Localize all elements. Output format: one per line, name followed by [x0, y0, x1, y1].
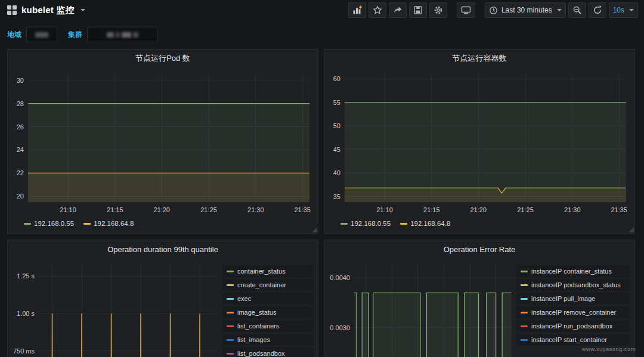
legend-item[interactable]: container_status — [222, 265, 313, 277]
legend-item[interactable]: exec — [222, 293, 313, 305]
time-series-chart[interactable]: 0.00200.00300.0040 — [324, 258, 516, 357]
svg-text:0.0030: 0.0030 — [330, 324, 350, 331]
svg-text:1.25 s: 1.25 s — [17, 272, 35, 280]
zoom-out-button[interactable] — [568, 2, 586, 18]
svg-text:21:30: 21:30 — [564, 206, 581, 213]
legend-label: instanceIP run_podsandbox — [531, 322, 612, 330]
refresh-interval-label: 10s — [613, 6, 624, 14]
legend-item[interactable]: list_images — [222, 334, 313, 346]
svg-text:21:20: 21:20 — [470, 206, 487, 213]
panel-title[interactable]: Operation duration 99th quantile — [8, 240, 318, 258]
svg-text:21:35: 21:35 — [611, 206, 627, 213]
add-panel-icon — [352, 5, 362, 15]
panel-title[interactable]: Operation Error Rate — [324, 240, 634, 258]
svg-text:35: 35 — [333, 193, 340, 200]
svg-text:40: 40 — [333, 169, 340, 176]
legend-label: create_container — [237, 281, 286, 288]
time-series-chart[interactable]: 21:1021:1521:2021:2521:3021:352022242628… — [8, 67, 318, 218]
panel-operation-duration: Operation duration 99th quantile 500 ms7… — [7, 240, 318, 357]
legend-item[interactable]: image_status — [222, 306, 313, 318]
chevron-down-icon — [629, 9, 634, 11]
variable-region-label: 地域 — [7, 30, 21, 40]
refresh-interval-picker[interactable]: 10s — [609, 2, 638, 18]
dashboard-grid-icon[interactable] — [7, 5, 17, 15]
legend-item[interactable]: create_container — [222, 279, 313, 291]
legend-item[interactable]: instanceIP run_podsandbox — [516, 320, 630, 332]
legend-item[interactable]: 192.168.0.55 — [24, 220, 74, 227]
legend-label: 192.168.0.55 — [351, 220, 391, 227]
svg-text:21:30: 21:30 — [247, 206, 264, 213]
legend-swatch — [400, 223, 407, 225]
legend-item[interactable]: instanceIP container_status — [516, 265, 630, 277]
svg-text:21:25: 21:25 — [200, 206, 217, 213]
clock-icon — [489, 6, 498, 15]
legend-item[interactable]: 192.168.0.55 — [340, 220, 391, 227]
time-range-label: Last 30 minutes — [501, 6, 552, 14]
legend-label: instanceIP container_status — [531, 268, 612, 275]
dashboard-panels: 节点运行Pod 数 21:1021:1521:2021:2521:3021:35… — [7, 49, 635, 357]
panel-container-count: 节点运行容器数 21:1021:1521:2021:2521:3021:3535… — [324, 49, 635, 234]
time-range-picker[interactable]: Last 30 minutes — [485, 2, 566, 18]
legend-item[interactable]: instanceIP pull_image — [516, 293, 630, 305]
legend-swatch — [521, 284, 528, 286]
redacted-value — [107, 32, 114, 38]
redacted-value — [133, 32, 138, 38]
cycle-view-button[interactable] — [457, 2, 475, 18]
add-panel-button[interactable] — [348, 2, 366, 18]
settings-button[interactable] — [429, 2, 447, 18]
legend-swatch — [83, 223, 91, 225]
legend-swatch — [340, 223, 348, 225]
chart-legend: container_statuscreate_containerexecimag… — [222, 258, 318, 357]
svg-text:30: 30 — [17, 77, 24, 84]
panel-operation-error-rate: Operation Error Rate 0.00200.00300.0040 … — [324, 240, 635, 357]
legend-label: instanceIP start_container — [531, 336, 607, 343]
time-series-chart[interactable]: 500 ms750 ms1.00 s1.25 s — [8, 258, 222, 357]
panel-pod-count: 节点运行Pod 数 21:1021:1521:2021:2521:3021:35… — [7, 49, 318, 234]
panel-resize-handle[interactable] — [312, 227, 317, 232]
legend-item[interactable]: instanceIP remove_container — [516, 306, 630, 318]
legend-item[interactable]: list_containers — [222, 320, 313, 332]
save-button[interactable] — [409, 2, 427, 18]
variable-cluster-value[interactable] — [87, 27, 157, 42]
svg-text:45: 45 — [333, 146, 340, 153]
time-series-chart[interactable]: 21:1021:1521:2021:2521:3021:353540455055… — [324, 67, 634, 218]
legend-label: list_podsandbox — [237, 350, 285, 357]
redacted-value — [122, 32, 131, 38]
svg-text:21:10: 21:10 — [60, 206, 76, 213]
chart-legend: instanceIP container_statusinstanceIP po… — [516, 258, 634, 357]
chevron-down-icon[interactable] — [80, 9, 85, 11]
legend-swatch — [521, 325, 528, 327]
legend-item[interactable]: list_podsandbox — [222, 347, 313, 357]
panel-title[interactable]: 节点运行Pod 数 — [8, 49, 318, 67]
panel-title[interactable]: 节点运行容器数 — [324, 49, 634, 67]
svg-text:26: 26 — [17, 123, 24, 131]
legend-item[interactable]: instanceIP start_container — [516, 334, 630, 346]
star-button[interactable] — [369, 2, 386, 18]
share-icon — [393, 5, 402, 15]
redacted-value — [116, 32, 120, 38]
legend-item[interactable]: 192.168.64.8 — [400, 220, 450, 227]
legend-label: instanceIP pull_image — [531, 295, 595, 302]
template-variables-row: 地域 集群 — [7, 26, 637, 43]
legend-swatch — [521, 271, 528, 272]
redacted-value — [35, 32, 48, 38]
share-button[interactable] — [389, 2, 407, 18]
legend-swatch — [24, 223, 31, 225]
dashboard-title[interactable]: kubelet 监控 — [21, 5, 75, 16]
panel-resize-handle[interactable] — [628, 227, 634, 232]
variable-region: 地域 — [7, 27, 57, 42]
legend-swatch — [227, 312, 234, 313]
svg-text:750 ms: 750 ms — [13, 347, 35, 355]
legend-label: exec — [237, 295, 251, 302]
legend-item[interactable]: instanceIP podsandbox_status — [516, 279, 630, 291]
legend-item[interactable]: 192.168.64.8 — [83, 220, 134, 227]
refresh-button[interactable] — [589, 2, 606, 18]
legend-swatch — [521, 312, 528, 313]
monitor-icon — [461, 5, 471, 15]
svg-text:21:15: 21:15 — [107, 206, 123, 213]
variable-region-value[interactable] — [26, 27, 57, 42]
legend-swatch — [227, 325, 234, 327]
legend-label: instanceIP podsandbox_status — [531, 281, 621, 288]
save-icon — [413, 5, 423, 15]
legend-label: list_images — [237, 336, 270, 343]
